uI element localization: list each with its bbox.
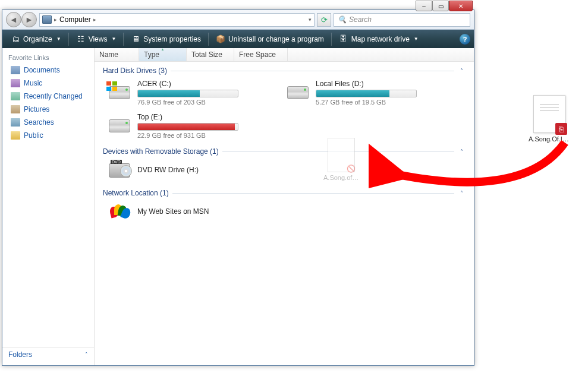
- sidebar-item-label: Public: [24, 131, 43, 140]
- sidebar-item-label: Recently Changed: [24, 92, 83, 100]
- search-icon: 🔍: [338, 15, 347, 24]
- system-properties-button[interactable]: 🖥 System properties: [126, 33, 206, 46]
- desktop-file[interactable]: ⎘ A.Song.Of.Ic...: [529, 95, 570, 143]
- drive-free-text: 5.27 GB free of 19.5 GB: [316, 99, 444, 106]
- organize-icon: 🗂: [11, 34, 20, 44]
- main-pane[interactable]: Name ▲Type Total Size Free Space Hard Di…: [95, 48, 474, 365]
- hdd-icon: [108, 83, 131, 103]
- sidebar: Favorite Links DocumentsMusicRecently Ch…: [2, 48, 95, 365]
- col-totalsize[interactable]: Total Size: [187, 48, 234, 61]
- sidebar-item-label: Music: [24, 79, 42, 87]
- group-network-header[interactable]: Network Location (1) ˄: [95, 184, 474, 198]
- drive-item[interactable]: ACER (C:)76.9 GB free of 203 GB: [106, 78, 267, 107]
- organize-label: Organize: [23, 35, 52, 43]
- network-item-msn[interactable]: My Web Sites on MSN: [106, 201, 267, 223]
- breadcrumb-computer[interactable]: Computer: [59, 15, 91, 24]
- command-toolbar: 🗂 Organize ▼ ☷ Views ▼ 🖥 System properti…: [2, 30, 474, 48]
- chevron-right-icon: ▸: [54, 17, 57, 23]
- help-button[interactable]: ?: [460, 34, 470, 45]
- msn-label: My Web Sites on MSN: [137, 207, 266, 216]
- sidebar-item-pictures[interactable]: Pictures: [2, 103, 94, 116]
- chevron-down-icon: ▼: [414, 36, 419, 42]
- sidebar-item-label: Documents: [24, 66, 60, 74]
- drive-dvd[interactable]: DVD RW Drive (H:): [106, 159, 267, 182]
- ghost-file-label: A.Song.of.Ic...: [323, 174, 359, 181]
- views-label: Views: [89, 35, 108, 43]
- sidebar-item-public[interactable]: Public: [2, 129, 94, 142]
- uninstall-icon: 📦: [216, 34, 225, 44]
- system-properties-icon: 🖥: [131, 34, 140, 44]
- drive-item[interactable]: Local Files (D:)5.27 GB free of 19.5 GB: [285, 78, 445, 107]
- group-hdd-header[interactable]: Hard Disk Drives (3) ˄: [95, 62, 474, 76]
- ghost-doc-icon: [328, 138, 355, 172]
- folders-label: Folders: [8, 350, 32, 359]
- sort-asc-icon: ▲: [161, 48, 165, 51]
- sidebar-item-label: Pictures: [24, 105, 49, 113]
- hdd-icon: [108, 116, 131, 136]
- folder-icon: [11, 66, 20, 74]
- separator: [123, 33, 124, 46]
- uninstall-button[interactable]: 📦 Uninstall or change a program: [211, 33, 329, 46]
- close-button[interactable]: ✕: [449, 1, 473, 11]
- folders-toggle[interactable]: Folders ˄: [2, 347, 94, 362]
- chevron-down-icon: ▼: [56, 36, 61, 42]
- desktop-file-label: A.Song.Of.Ic...: [529, 135, 570, 143]
- sidebar-item-music[interactable]: Music: [2, 77, 94, 90]
- collapse-icon[interactable]: ˄: [458, 68, 466, 74]
- usage-bar: [137, 90, 238, 97]
- column-headers: Name ▲Type Total Size Free Space: [95, 48, 474, 62]
- pdf-badge-icon: ⎘: [555, 123, 567, 135]
- folder-icon: [11, 105, 20, 113]
- maximize-button[interactable]: ▭: [432, 1, 449, 11]
- back-button[interactable]: ◄: [6, 12, 21, 27]
- refresh-button[interactable]: ⟳: [317, 13, 331, 27]
- folder-icon: [11, 92, 20, 100]
- dvd-label: DVD RW Drive (H:): [137, 166, 266, 174]
- views-button[interactable]: ☷ Views ▼: [71, 33, 121, 46]
- usage-bar: [316, 90, 417, 97]
- dropdown-icon[interactable]: ▾: [309, 17, 312, 23]
- drive-free-text: 76.9 GB free of 203 GB: [137, 99, 266, 106]
- col-name[interactable]: Name: [95, 48, 139, 61]
- collapse-icon[interactable]: ˄: [458, 190, 466, 197]
- mapdrive-label: Map network drive: [351, 35, 410, 43]
- address-bar-row: ◄ ► ▸ Computer ▸ ▾ ⟳ 🔍 Search: [2, 10, 474, 30]
- col-type-label: Type: [144, 50, 159, 59]
- organize-button[interactable]: 🗂 Organize ▼: [6, 33, 66, 46]
- computer-icon: [42, 15, 52, 24]
- nav-buttons: ◄ ►: [6, 12, 37, 27]
- group-network-title: Network Location (1): [103, 189, 169, 197]
- separator: [208, 33, 209, 46]
- dvd-icon: [108, 160, 131, 181]
- drive-item[interactable]: Top (E:)22.9 GB free of 931 GB: [106, 112, 267, 140]
- forward-button[interactable]: ►: [21, 12, 37, 27]
- map-drive-button[interactable]: 🗄 Map network drive ▼: [334, 33, 423, 46]
- drive-free-text: 22.9 GB free of 931 GB: [137, 132, 266, 139]
- col-type[interactable]: ▲Type: [139, 48, 187, 61]
- group-hdd-title: Hard Disk Drives (3): [103, 67, 167, 75]
- search-placeholder: Search: [349, 15, 372, 24]
- divider: [171, 71, 454, 71]
- drive-name: Local Files (D:): [316, 80, 444, 88]
- search-input[interactable]: 🔍 Search: [334, 13, 470, 27]
- sidebar-item-searches[interactable]: Searches: [2, 116, 94, 129]
- map-drive-icon: 🗄: [339, 34, 348, 44]
- window-controls: – ▭ ✕: [416, 1, 473, 11]
- explorer-body: Favorite Links DocumentsMusicRecently Ch…: [2, 48, 474, 365]
- collapse-icon[interactable]: ˄: [458, 148, 466, 155]
- group-removable-header[interactable]: Devices with Removable Storage (1) ˄: [95, 143, 474, 157]
- col-freespace[interactable]: Free Space: [234, 48, 288, 61]
- separator: [68, 33, 69, 46]
- sidebar-item-documents[interactable]: Documents: [2, 64, 94, 77]
- sidebar-item-recently-changed[interactable]: Recently Changed: [2, 90, 94, 103]
- folder-icon: [11, 79, 20, 87]
- breadcrumb-bar[interactable]: ▸ Computer ▸ ▾: [39, 13, 315, 27]
- group-removable-title: Devices with Removable Storage (1): [103, 147, 219, 156]
- network-list: My Web Sites on MSN: [95, 198, 474, 226]
- drive-name: Top (E:): [137, 113, 266, 121]
- minimize-button[interactable]: –: [416, 1, 432, 11]
- removable-list: DVD RW Drive (H:): [95, 157, 474, 184]
- sysprops-label: System properties: [143, 35, 201, 43]
- msn-icon: [108, 202, 131, 222]
- sidebar-item-label: Searches: [24, 118, 54, 127]
